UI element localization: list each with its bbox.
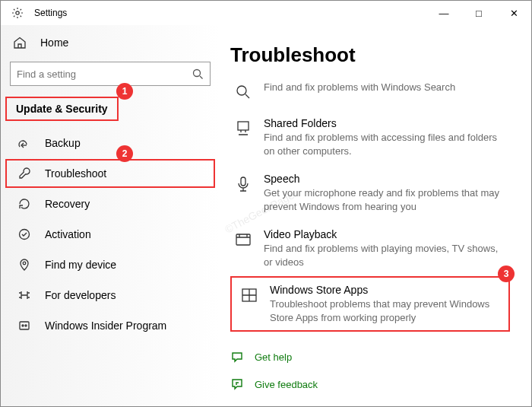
give-feedback-row[interactable]: Give feedback bbox=[230, 373, 510, 396]
sidebar-item-recovery[interactable]: Recovery bbox=[5, 189, 215, 218]
ts-item-search-indexing[interactable]: Search and Indexing Find and fix problem… bbox=[230, 73, 510, 110]
ts-desc: Find and fix problems with accessing fil… bbox=[264, 131, 507, 157]
ts-desc: Find and fix problems with playing movie… bbox=[264, 242, 507, 269]
annotation-badge-1: 1 bbox=[116, 83, 133, 100]
main: Home Update & Security 1 Backup 2 bbox=[1, 25, 531, 406]
search-input-wrap[interactable] bbox=[10, 62, 211, 86]
gear-icon bbox=[11, 7, 24, 19]
window-controls: — □ ✕ bbox=[426, 1, 531, 25]
ts-item-video-playback[interactable]: Video Playback Find and fix problems wit… bbox=[230, 221, 510, 276]
annotation-badge-3: 3 bbox=[498, 266, 515, 282]
ts-desc: Troubleshoot problems that may prevent W… bbox=[270, 297, 501, 324]
wrench-icon bbox=[17, 167, 31, 180]
sidebar-item-backup[interactable]: Backup bbox=[5, 129, 215, 157]
svg-rect-9 bbox=[241, 177, 245, 186]
sidebar-home[interactable]: Home bbox=[1, 30, 220, 56]
sidebar-item-label: Windows Insider Program bbox=[45, 320, 166, 332]
backup-icon bbox=[17, 136, 31, 150]
content: Troubleshoot Search and Indexing Find an… bbox=[220, 25, 531, 406]
ts-item-shared-folders[interactable]: Shared Folders Find and fix problems wit… bbox=[230, 110, 510, 165]
page-title: Troubleshoot bbox=[230, 43, 510, 67]
svg-rect-4 bbox=[20, 322, 29, 329]
ts-title: Speech bbox=[264, 173, 507, 185]
get-help-row[interactable]: Get help bbox=[230, 345, 510, 368]
ts-item-windows-store-apps[interactable]: Windows Store Apps Troubleshoot problems… bbox=[230, 276, 510, 332]
close-button[interactable]: ✕ bbox=[496, 1, 531, 25]
search-input[interactable] bbox=[17, 68, 192, 80]
sidebar-item-label: Recovery bbox=[45, 198, 90, 210]
sidebar-item-label: Troubleshoot bbox=[45, 167, 106, 180]
ts-text: Video Playback Find and fix problems wit… bbox=[264, 228, 507, 269]
sidebar-item-label: Activation bbox=[45, 228, 91, 240]
svg-point-2 bbox=[20, 230, 30, 240]
location-icon bbox=[17, 258, 31, 272]
home-icon bbox=[13, 36, 27, 49]
sidebar-category: Update & Security bbox=[5, 97, 119, 121]
svg-point-6 bbox=[25, 325, 27, 326]
ts-title: Shared Folders bbox=[264, 117, 507, 129]
maximize-button[interactable]: □ bbox=[461, 1, 496, 25]
svg-point-0 bbox=[16, 11, 19, 14]
sidebar-item-label: Find my device bbox=[45, 259, 116, 271]
sidebar-item-activation[interactable]: Activation bbox=[5, 220, 215, 249]
sidebar-item-label: For developers bbox=[45, 289, 116, 301]
sidebar-item-find-my-device[interactable]: Find my device bbox=[5, 250, 215, 279]
svg-point-7 bbox=[237, 86, 246, 95]
feedback-icon bbox=[230, 377, 244, 391]
video-icon bbox=[233, 230, 253, 250]
svg-rect-8 bbox=[238, 122, 249, 130]
ts-desc: Get your microphone ready and fix proble… bbox=[264, 186, 507, 213]
ts-text: Shared Folders Find and fix problems wit… bbox=[264, 117, 507, 157]
get-help-link[interactable]: Get help bbox=[255, 351, 292, 363]
shared-folders-icon bbox=[233, 119, 253, 138]
ts-text: Search and Indexing Find and fix problem… bbox=[264, 81, 507, 94]
window-title: Settings bbox=[34, 8, 67, 18]
store-apps-icon bbox=[239, 285, 259, 305]
search-icon bbox=[192, 68, 204, 80]
sidebar-home-label: Home bbox=[40, 37, 68, 49]
ts-text: Windows Store Apps Troubleshoot problems… bbox=[270, 284, 501, 324]
sidebar-item-insider[interactable]: Windows Insider Program bbox=[5, 311, 215, 340]
ts-desc: Find and fix problems with Windows Searc… bbox=[264, 81, 507, 94]
microphone-icon bbox=[233, 174, 253, 194]
search-icon bbox=[233, 82, 253, 102]
minimize-button[interactable]: — bbox=[426, 1, 461, 25]
sidebar-item-for-developers[interactable]: For developers bbox=[5, 281, 215, 310]
sidebar-item-label: Backup bbox=[45, 137, 81, 149]
insider-icon bbox=[17, 319, 31, 332]
annotation-badge-2: 2 bbox=[116, 145, 133, 162]
svg-rect-10 bbox=[236, 234, 250, 245]
ts-title: Windows Store Apps bbox=[270, 284, 501, 296]
svg-point-3 bbox=[23, 262, 26, 265]
sidebar-item-troubleshoot[interactable]: Troubleshoot bbox=[5, 159, 215, 188]
give-feedback-link[interactable]: Give feedback bbox=[255, 379, 318, 390]
svg-point-1 bbox=[194, 70, 201, 77]
ts-item-speech[interactable]: Speech Get your microphone ready and fix… bbox=[230, 165, 510, 221]
svg-point-5 bbox=[22, 325, 24, 326]
help-icon bbox=[230, 350, 244, 364]
recovery-icon bbox=[17, 197, 31, 211]
ts-title: Video Playback bbox=[264, 228, 507, 240]
activation-icon bbox=[17, 227, 31, 241]
ts-text: Speech Get your microphone ready and fix… bbox=[264, 173, 507, 213]
sidebar: Home Update & Security 1 Backup 2 bbox=[1, 25, 220, 406]
developers-icon bbox=[17, 288, 31, 302]
